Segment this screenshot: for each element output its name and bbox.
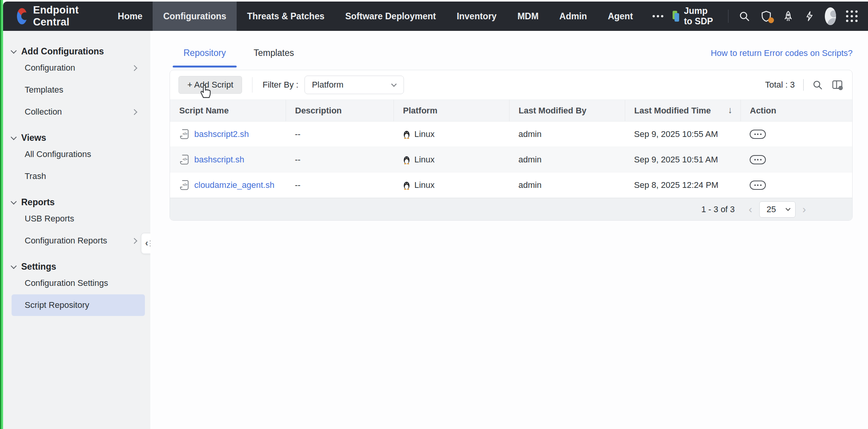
sidebar-item-configuration-settings[interactable]: Configuration Settings [12,272,145,294]
column-header-script-name[interactable]: Script Name [170,100,286,122]
user-avatar[interactable] [825,7,836,25]
modified-by-cell: admin [509,122,625,147]
description-cell: -- [286,172,394,198]
script-file-icon: </> [179,154,189,165]
sidebar-section-add-configurations[interactable]: Add Configurations [12,46,150,57]
chevron-down-icon [391,81,397,87]
table-row[interactable]: </> cloudamzie_agent.sh -- Lin [170,172,852,198]
collapse-chevron-icon: ‹ [145,238,148,248]
column-header-last-modified-by[interactable]: Last Modified By [509,100,625,122]
platform-filter-value: Platform [312,80,343,90]
sort-descending-icon[interactable]: ↓ [728,105,733,115]
brand[interactable]: Endpoint Central [17,4,85,28]
section-title: Views [21,133,46,143]
sidebar: Add Configurations Configuration Templat… [3,31,150,429]
description-cell: -- [286,122,394,147]
sidebar-item-script-repository[interactable]: Script Repository [12,294,145,316]
sidebar-item-label: Configuration Settings [25,278,108,288]
sidebar-item-all-configurations[interactable]: All Configurations [12,144,145,165]
chevron-down-icon [11,134,17,140]
filter-by-label: Filter By : [262,80,298,90]
nav-item-agent[interactable]: Agent [597,2,643,31]
modified-by-cell: admin [509,172,625,198]
sidebar-item-label: Configuration [25,63,75,73]
table-search-icon[interactable] [812,79,823,90]
script-repository-card: + Add Script Filter By : Platform Total … [170,70,853,221]
primary-nav: Home Configurations Threats & Patches So… [108,2,673,31]
section-title: Add Configurations [21,46,104,57]
sidebar-item-usb-reports[interactable]: USB Reports [12,208,145,230]
svg-text:</>: </> [183,182,187,186]
sidebar-section-settings[interactable]: Settings [12,262,150,272]
sidebar-item-templates[interactable]: Templates [12,79,145,101]
script-file-icon: </> [179,129,189,140]
column-header-platform[interactable]: Platform [394,100,509,122]
notification-badge [768,17,774,23]
tab-templates[interactable]: Templates [240,48,308,68]
nav-item-software-deployment[interactable]: Software Deployment [335,2,446,31]
table-row[interactable]: </> bashscript2.sh -- Linux [170,122,852,147]
sidebar-section-reports[interactable]: Reports [12,197,150,208]
column-header-last-modified-time[interactable]: Last Modified Time ↓ [625,100,740,122]
sidebar-item-configuration[interactable]: Configuration [12,57,145,79]
nav-item-mdm[interactable]: MDM [507,2,549,31]
nav-item-configurations[interactable]: Configurations [153,2,237,31]
modified-by-cell: admin [509,147,625,172]
search-icon[interactable] [738,10,750,22]
tab-repository[interactable]: Repository [170,48,240,68]
nav-item-inventory[interactable]: Inventory [446,2,507,31]
page-size-value: 25 [767,204,776,214]
main-content: Repository Templates How to return Error… [150,31,868,429]
script-name-link[interactable]: bashscript2.sh [194,129,249,139]
linux-penguin-icon [403,155,410,164]
table-header-row: Script Name Description Platform Last Mo… [170,100,852,122]
sidebar-item-label: Collection [25,107,62,117]
previous-page-icon[interactable]: ‹ [749,204,752,215]
table-row[interactable]: </> bashscript.sh -- Linux [170,147,852,172]
linux-penguin-icon [403,181,410,190]
row-actions-ellipsis-icon[interactable] [750,130,766,139]
brand-name: Endpoint Central [33,4,85,28]
modified-time-cell: Sep 9, 2025 10:55 AM [625,122,740,147]
description-cell: -- [286,147,394,172]
chevron-down-icon [786,206,791,211]
chevron-down-icon [11,199,17,205]
nav-divider [728,10,728,23]
nav-more-ellipsis-icon[interactable] [643,2,673,31]
security-shield-icon[interactable] [760,10,772,22]
column-settings-icon[interactable] [831,79,844,91]
row-actions-ellipsis-icon[interactable] [750,155,766,164]
nav-item-admin[interactable]: Admin [549,2,597,31]
rocket-icon[interactable] [782,10,794,22]
toolbar: + Add Script Filter By : Platform Total … [170,70,852,100]
column-header-description[interactable]: Description [286,100,394,122]
nav-item-threats-patches[interactable]: Threats & Patches [237,2,335,31]
script-file-icon: </> [179,180,189,191]
total-count-label: Total : 3 [765,80,795,90]
sidebar-item-configuration-reports[interactable]: Configuration Reports [12,230,145,252]
apps-grid-icon[interactable] [846,10,858,22]
nav-item-home[interactable]: Home [108,2,153,31]
script-name-link[interactable]: cloudamzie_agent.sh [194,180,274,190]
toolbar-right: Total : 3 [765,79,844,91]
sidebar-section-views[interactable]: Views [12,133,150,143]
error-codes-help-link[interactable]: How to return Error codes on Scripts? [711,48,853,68]
platform-filter-select[interactable]: Platform [304,76,404,94]
next-page-icon[interactable]: › [802,204,806,215]
script-name-link[interactable]: bashscript.sh [194,155,244,165]
svg-text:</>: </> [183,157,187,161]
lightning-icon[interactable] [804,10,815,22]
chevron-down-icon [11,263,17,269]
sidebar-item-label: Configuration Reports [25,236,107,246]
jump-to-sdp-button[interactable]: Jump to SDP [673,6,718,27]
sidebar-item-trash[interactable]: Trash [12,166,145,187]
row-actions-ellipsis-icon[interactable] [750,181,766,190]
page-size-select[interactable]: 25 [759,201,796,218]
sidebar-item-label: Trash [25,171,46,181]
endpoint-central-logo-icon [17,8,27,24]
add-script-button[interactable]: + Add Script [178,76,242,94]
tabs-row: Repository Templates How to return Error… [170,48,853,68]
window-accent-strip [0,0,3,429]
sidebar-item-collection[interactable]: Collection [12,101,145,123]
sidebar-item-label: Templates [25,85,63,95]
